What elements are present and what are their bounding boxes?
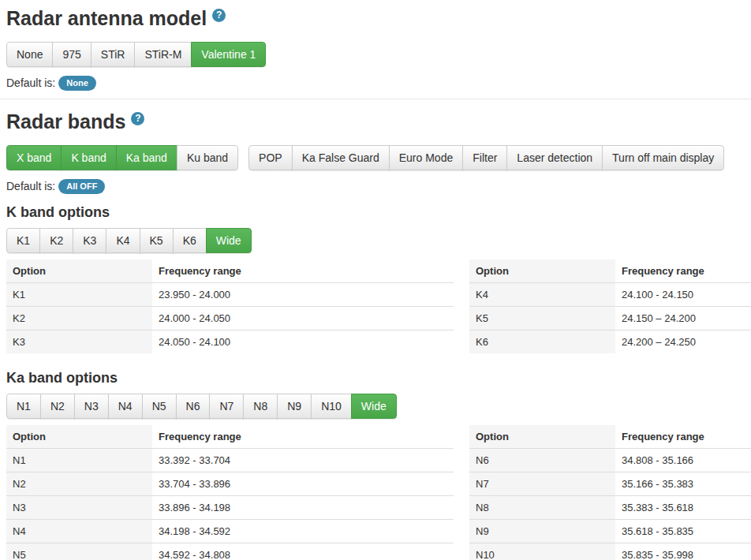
band-button-k-band[interactable]: K band bbox=[61, 145, 116, 170]
ka-band-button-row: N1N2N3N4N5N6N7N8N9N10Wide bbox=[6, 394, 751, 419]
option-cell: K1 bbox=[6, 283, 152, 307]
table-row: K123.950 - 24.000 bbox=[6, 283, 454, 307]
mode-button-pop[interactable]: POP bbox=[248, 145, 293, 170]
table-row: N133.392 - 33.704 bbox=[6, 449, 454, 472]
ka-band-button-n5[interactable]: N5 bbox=[142, 394, 177, 419]
default-label: Default is: bbox=[6, 180, 55, 192]
table-row: K224.000 - 24.050 bbox=[6, 307, 454, 330]
ka-band-button-n4[interactable]: N4 bbox=[108, 394, 143, 419]
antenna-button-stir[interactable]: STiR bbox=[91, 42, 136, 67]
option-header: Option bbox=[6, 425, 152, 449]
antenna-default-line: Default is:None bbox=[6, 76, 751, 91]
k-band-options-title: K band options bbox=[6, 204, 751, 220]
option-cell: N5 bbox=[6, 543, 152, 560]
k-band-button-group: K1K2K3K4K5K6Wide bbox=[6, 228, 252, 253]
option-cell: K4 bbox=[469, 283, 615, 307]
frequency-range-cell: 23.950 - 24.000 bbox=[152, 283, 454, 307]
ka-band-options-title: Ka band options bbox=[6, 370, 751, 386]
table-header-row: OptionFrequency range bbox=[469, 259, 751, 283]
table-row: N835.383 - 35.618 bbox=[469, 496, 751, 520]
option-cell: N6 bbox=[469, 449, 615, 472]
option-cell: N9 bbox=[469, 520, 615, 543]
k-band-button-k2[interactable]: K2 bbox=[39, 228, 73, 253]
ka-band-button-n7[interactable]: N7 bbox=[209, 394, 244, 419]
table-row: N333.896 - 34.198 bbox=[6, 496, 454, 520]
band-button-ku-band[interactable]: Ku band bbox=[177, 145, 238, 170]
k-band-button-k1[interactable]: K1 bbox=[6, 228, 40, 253]
table-header-row: OptionFrequency range bbox=[6, 425, 454, 449]
help-icon[interactable]: ? bbox=[212, 9, 226, 22]
help-icon[interactable]: ? bbox=[131, 112, 144, 125]
ka-band-button-n6[interactable]: N6 bbox=[176, 394, 211, 419]
k-band-tables: OptionFrequency rangeK123.950 - 24.000K2… bbox=[6, 259, 751, 353]
option-cell: K6 bbox=[469, 330, 615, 354]
frequency-range-cell: 33.896 - 34.198 bbox=[152, 496, 454, 520]
table-row: N935.618 - 35.835 bbox=[469, 520, 751, 543]
ka-band-table-left: OptionFrequency rangeN133.392 - 33.704N2… bbox=[6, 425, 454, 560]
mode-button-turn-off-main-display[interactable]: Turn off main display bbox=[602, 145, 724, 170]
k-band-button-row: K1K2K3K4K5K6Wide bbox=[6, 228, 751, 253]
table-row: N534.592 - 34.808 bbox=[6, 543, 454, 560]
k-band-table-left: OptionFrequency rangeK123.950 - 24.000K2… bbox=[6, 259, 454, 353]
default-label: Default is: bbox=[6, 77, 55, 89]
ka-band-table-right: OptionFrequency rangeN634.808 - 35.166N7… bbox=[469, 425, 751, 560]
ka-band-button-n3[interactable]: N3 bbox=[74, 394, 109, 419]
default-value-badge: All OFF bbox=[58, 179, 105, 194]
k-band-button-k6[interactable]: K6 bbox=[173, 228, 207, 253]
ka-band-tables: OptionFrequency rangeN133.392 - 33.704N2… bbox=[6, 425, 751, 560]
option-header: Option bbox=[469, 259, 615, 283]
band-button-ka-band[interactable]: Ka band bbox=[116, 145, 177, 170]
frequency-range-cell: 24.050 - 24.100 bbox=[152, 330, 454, 354]
k-band-button-wide[interactable]: Wide bbox=[206, 228, 252, 253]
option-cell: K3 bbox=[6, 330, 152, 354]
k-band-table-right: OptionFrequency rangeK424.100 - 24.150K5… bbox=[469, 259, 751, 353]
frequency-range-cell: 35.383 - 35.618 bbox=[615, 496, 751, 520]
k-band-button-k4[interactable]: K4 bbox=[106, 228, 140, 253]
table-header-row: OptionFrequency range bbox=[6, 259, 454, 283]
ka-band-button-n9[interactable]: N9 bbox=[277, 394, 312, 419]
option-cell: K5 bbox=[469, 307, 615, 330]
k-band-button-k3[interactable]: K3 bbox=[73, 228, 106, 253]
bands-button-row: X bandK bandKa bandKu band POPKa False G… bbox=[6, 145, 751, 170]
band-button-x-band[interactable]: X band bbox=[6, 145, 62, 170]
frequency-range-header: Frequency range bbox=[615, 425, 751, 449]
antenna-button-stir-m[interactable]: STiR-M bbox=[134, 42, 192, 67]
table-row: K424.100 - 24.150 bbox=[469, 283, 751, 307]
mode-button-laser-detection[interactable]: Laser detection bbox=[506, 145, 603, 170]
option-cell: N2 bbox=[6, 472, 152, 496]
bands-default-line: Default is:All OFF bbox=[6, 179, 751, 194]
frequency-range-cell: 34.808 - 35.166 bbox=[615, 449, 751, 472]
antenna-title-text: Radar antenna model bbox=[6, 7, 207, 29]
ka-band-button-wide[interactable]: Wide bbox=[351, 394, 397, 419]
table-row: N735.166 - 35.383 bbox=[469, 472, 751, 496]
frequency-range-cell: 33.392 - 33.704 bbox=[152, 449, 454, 472]
antenna-section-title: Radar antenna model? bbox=[6, 8, 751, 29]
ka-band-button-n2[interactable]: N2 bbox=[40, 394, 75, 419]
antenna-button-valentine-1[interactable]: Valentine 1 bbox=[191, 42, 266, 67]
antenna-button-975[interactable]: 975 bbox=[52, 42, 91, 67]
frequency-range-cell: 24.100 - 24.150 bbox=[615, 283, 751, 307]
bands-title-text: Radar bands bbox=[6, 110, 125, 133]
frequency-range-header: Frequency range bbox=[152, 425, 454, 449]
table-row: N634.808 - 35.166 bbox=[469, 449, 751, 472]
table-row: N233.704 - 33.896 bbox=[6, 472, 454, 496]
mode-toggle-group: POPKa False GuardEuro ModeFilterLaser de… bbox=[248, 145, 724, 170]
ka-band-button-n10[interactable]: N10 bbox=[311, 394, 352, 419]
antenna-button-none[interactable]: None bbox=[6, 42, 53, 67]
band-toggle-group: X bandK bandKa bandKu band bbox=[6, 145, 238, 170]
ka-band-button-n1[interactable]: N1 bbox=[6, 394, 41, 419]
mode-button-ka-false-guard[interactable]: Ka False Guard bbox=[292, 145, 390, 170]
ka-band-button-n8[interactable]: N8 bbox=[243, 394, 278, 419]
bands-section-title: Radar bands? bbox=[6, 111, 751, 133]
frequency-range-cell: 35.618 - 35.835 bbox=[615, 520, 751, 543]
option-cell: N7 bbox=[469, 472, 615, 496]
table-header-row: OptionFrequency range bbox=[469, 425, 751, 449]
option-header: Option bbox=[469, 425, 615, 449]
frequency-range-cell: 24.150 – 24.200 bbox=[615, 307, 751, 330]
mode-button-filter[interactable]: Filter bbox=[462, 145, 507, 170]
table-row: N434.198 - 34.592 bbox=[6, 520, 454, 543]
mode-button-euro-mode[interactable]: Euro Mode bbox=[389, 145, 463, 170]
frequency-range-cell: 35.835 - 35.998 bbox=[615, 543, 751, 560]
k-band-button-k5[interactable]: K5 bbox=[140, 228, 174, 253]
section-divider bbox=[0, 99, 751, 99]
